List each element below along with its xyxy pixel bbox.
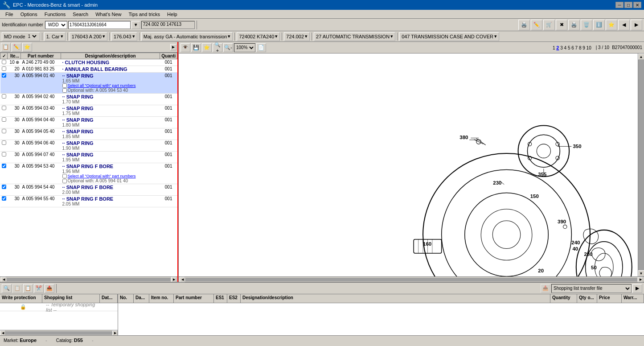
table-row[interactable]: 30 A 005 994 02 40 ·· SNAP RING 1.70 MM … xyxy=(0,94,177,105)
cart-btn[interactable]: 🛒 xyxy=(543,20,555,30)
table-row[interactable]: 30 A 005 994 04 40 ·· SNAP RING 1.80 MM … xyxy=(0,117,177,128)
diagram-page-btn[interactable]: 📄 xyxy=(256,43,266,52)
hscroll-left[interactable]: ◀ xyxy=(1,277,6,282)
diagram-hscroll[interactable]: ◀ ▶ xyxy=(179,276,644,282)
row-checkbox[interactable] xyxy=(2,152,6,157)
nav-trans-case[interactable]: 047 TRANSMISSION CASE AND COVER ▾ xyxy=(399,32,499,41)
parts-hscroll[interactable]: ◀ ▶ xyxy=(0,276,177,282)
optional-with-checkbox[interactable] xyxy=(62,88,67,93)
vscroll-up[interactable]: ▲ xyxy=(638,54,644,60)
row-checkbox[interactable] xyxy=(2,164,6,168)
table-row[interactable]: 30 A 005 994 07 40 ·· SNAP RING 1.95 MM … xyxy=(0,152,177,163)
hscroll-right[interactable]: ▶ xyxy=(171,277,176,282)
row-checkbox[interactable] xyxy=(2,185,6,189)
optional-link[interactable]: Select all "Optional with" part numbers xyxy=(68,83,136,88)
menu-tips[interactable]: Tips and tricks xyxy=(125,11,164,18)
cross-btn[interactable]: ✖ xyxy=(556,20,567,30)
maximize-button[interactable]: □ xyxy=(624,2,632,8)
nav-car[interactable]: 1. Car ▾ xyxy=(44,32,66,41)
bt-search-btn[interactable]: 🔍 xyxy=(2,284,12,293)
diagram-view[interactable]: 380 350 355 230 150 390 160 240 40 xyxy=(179,54,644,276)
row-checkbox[interactable] xyxy=(2,66,6,71)
nav-sep3 xyxy=(109,33,110,41)
menu-file[interactable]: File xyxy=(2,11,17,18)
list-item[interactable]: 🔒 -- Temporary shopping list -- xyxy=(0,303,118,311)
vscroll-down[interactable]: ▼ xyxy=(638,270,644,276)
id-number-input[interactable] xyxy=(68,21,131,29)
nav-model[interactable]: 176043 A 200 ▾ xyxy=(70,32,107,41)
parts-scroll-right[interactable]: ▶ xyxy=(170,44,176,50)
diagram-save-btn[interactable]: 💾 xyxy=(191,43,201,52)
nav-auto-trans[interactable]: 27 AUTOMATIC TRANSMISSION ▾ xyxy=(314,32,395,41)
row-checkbox[interactable] xyxy=(2,140,6,145)
minimize-button[interactable]: ─ xyxy=(615,2,623,8)
eraser-btn[interactable]: 🗑️ xyxy=(581,20,592,30)
table-row[interactable]: 20 A 010 981 83 25 · ANNULAR BALL BEARIN… xyxy=(0,66,177,73)
menu-help[interactable]: Help xyxy=(164,11,181,18)
row-checkbox[interactable] xyxy=(2,94,6,99)
nav-right-btn[interactable]: ▶ xyxy=(631,20,642,30)
diagram-zoom-out[interactable]: 🔍- xyxy=(223,43,233,52)
bt-import-btn[interactable]: 📥 xyxy=(541,284,550,293)
table-row[interactable]: 30 A 005 994 06 40 ·· SNAP RING 1.90 MM … xyxy=(0,140,177,152)
optional-link2[interactable]: Select all "Optional with" part numbers xyxy=(68,174,136,178)
row-checkbox[interactable] xyxy=(2,117,6,122)
optional-checkbox2[interactable] xyxy=(62,174,67,178)
menu-search[interactable]: Search xyxy=(69,11,92,18)
bt-paste-btn[interactable]: 📋 xyxy=(23,284,33,293)
table-row[interactable]: 10 ⊕ A 246 270 49 00 · CLUTCH HOUSING 00… xyxy=(0,59,177,66)
parts-star-btn[interactable]: ⭐ xyxy=(22,43,32,52)
vscroll-track xyxy=(638,60,644,270)
diagram-hscroll-right[interactable]: ▶ xyxy=(638,277,643,282)
bt-export-btn[interactable]: 📤 xyxy=(45,284,54,293)
menu-functions[interactable]: Functions xyxy=(41,11,70,18)
nav-major-assy[interactable]: Maj. assy GA - Automatic transmission ▾ xyxy=(141,32,233,41)
info-btn[interactable]: ℹ️ xyxy=(593,20,605,30)
print-btn[interactable]: 🖨️ xyxy=(518,20,530,30)
parts-edit-btn[interactable]: ✏️ xyxy=(12,43,21,52)
sl-hscroll-left[interactable]: ◀ xyxy=(0,330,5,336)
table-row[interactable]: 30 A 005 994 53 40 ·· SNAP RING F BORE 1… xyxy=(0,163,177,184)
row-checkbox[interactable] xyxy=(2,196,6,201)
print2-btn[interactable]: 🖨️ xyxy=(568,20,580,30)
diagram-vscroll[interactable]: ▲ ▼ xyxy=(638,54,644,276)
diagram-star-btn[interactable]: ⭐ xyxy=(202,43,212,52)
nav-md-mode[interactable]: MD mode 1 xyxy=(2,32,40,41)
bt-clear-btn[interactable]: ✂️ xyxy=(34,284,44,293)
row-checkbox[interactable] xyxy=(2,106,6,110)
nav-left-btn[interactable]: ◀ xyxy=(618,20,630,30)
nav-724[interactable]: 724.002 ▾ xyxy=(284,32,310,41)
table-row[interactable]: 30 A 005 994 05 40 ·· SNAP RING 1.85 MM … xyxy=(0,128,177,140)
table-row[interactable]: 30 A 005 994 55 40 ·· SNAP RING F BORE 2… xyxy=(0,196,177,207)
diagram-hscroll-left[interactable]: ◀ xyxy=(180,277,185,282)
menu-whats-new[interactable]: What's New xyxy=(92,11,125,18)
sl-hscroll-right[interactable]: ▶ xyxy=(112,330,118,336)
table-row[interactable]: 30 A 005 994 03 40 ·· SNAP RING 1.75 MM … xyxy=(0,105,177,117)
star-btn[interactable]: ⭐ xyxy=(606,20,617,30)
order-details-panel: No. Da... Item no. Part number ES1 ES2 D… xyxy=(118,294,644,335)
optional-checkbox[interactable] xyxy=(62,83,67,88)
row-checkbox[interactable] xyxy=(2,129,6,133)
transfer-file-select[interactable]: Shopping list transfer file xyxy=(551,284,632,293)
close-button[interactable]: ✕ xyxy=(633,2,641,8)
bt-transfer-btn[interactable]: ▶ xyxy=(632,284,642,293)
row-checkbox[interactable] xyxy=(2,60,6,64)
wdd-select[interactable]: WDD xyxy=(45,21,67,29)
zoom-select[interactable]: 100% 75% 150% xyxy=(234,43,255,52)
parts-table-container[interactable]: ✓ Ite... Part number Designation/descrip… xyxy=(0,53,177,276)
nav-series[interactable]: 176.043 ▾ xyxy=(111,32,137,41)
nav-724002[interactable]: 724002 K7A240 ▾ xyxy=(237,32,280,41)
id-dropdown-btn[interactable]: ▼ xyxy=(131,21,140,29)
optional-with-checkbox2[interactable] xyxy=(62,179,67,183)
app-title: EPC - Mercedes-Benz & smart - admin xyxy=(13,2,98,8)
parts-copy-btn[interactable]: 📋 xyxy=(1,43,11,52)
edit-btn[interactable]: ✏️ xyxy=(531,20,542,30)
row-checkbox[interactable] xyxy=(2,73,6,78)
menu-options[interactable]: Options xyxy=(17,11,41,18)
sl-hscroll[interactable]: ◀ ▶ xyxy=(0,330,118,335)
diagram-view-btn[interactable]: 👁️ xyxy=(180,43,190,52)
diagram-zoom-in[interactable]: 🔍+ xyxy=(213,43,222,52)
bt-copy-btn[interactable]: 📋 xyxy=(12,284,22,293)
table-row[interactable]: 30 A 005 994 01 40 ·· SNAP RING 1.65 MM … xyxy=(0,73,177,94)
table-row[interactable]: 30 A 005 994 54 40 ·· SNAP RING F BORE 2… xyxy=(0,184,177,196)
